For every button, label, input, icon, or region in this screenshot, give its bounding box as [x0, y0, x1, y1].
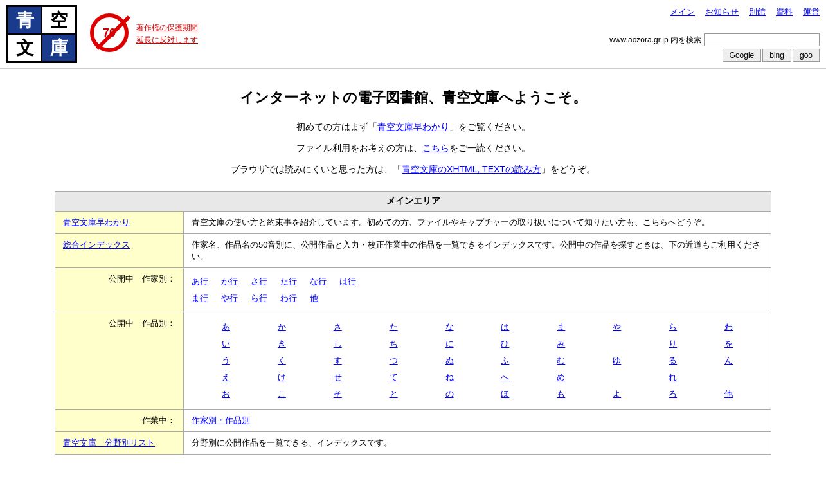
works-link-の[interactable]: の: [422, 388, 478, 400]
works-cell-0-0[interactable]: あ: [198, 321, 254, 333]
works-link-や[interactable]: や: [589, 321, 645, 333]
works-link-は[interactable]: は: [478, 321, 534, 333]
works-link-し[interactable]: し: [310, 338, 366, 350]
author-link-ta[interactable]: た行: [280, 276, 297, 287]
works-cell-1-1[interactable]: き: [254, 338, 310, 350]
works-cell-6-0[interactable]: ま: [533, 321, 589, 333]
works-link-ぬ[interactable]: ぬ: [422, 355, 478, 366]
author-link-ya[interactable]: や行: [221, 292, 238, 304]
works-cell-0-2[interactable]: う: [198, 355, 254, 366]
works-cell-5-3[interactable]: へ: [478, 372, 534, 383]
works-link-め[interactable]: め: [533, 372, 589, 383]
works-link-き[interactable]: き: [254, 338, 310, 350]
google-search-button[interactable]: Google: [723, 49, 762, 62]
nav-main[interactable]: メイン: [670, 6, 695, 18]
works-link-他[interactable]: 他: [701, 388, 757, 400]
works-cell-8-4[interactable]: ろ: [645, 388, 701, 400]
badge-link[interactable]: 著作権の保護期間 延長に反対します: [136, 23, 198, 44]
works-link-す[interactable]: す: [310, 355, 366, 366]
intro2-link[interactable]: こちら: [422, 143, 449, 153]
works-link-い[interactable]: い: [198, 338, 254, 350]
works-cell-6-2[interactable]: む: [533, 355, 589, 366]
works-cell-7-4[interactable]: よ: [589, 388, 645, 400]
bing-search-button[interactable]: bing: [762, 49, 791, 62]
nav-operations[interactable]: 運営: [803, 6, 820, 18]
works-cell-8-2[interactable]: る: [645, 355, 701, 366]
author-link-ma[interactable]: ま行: [192, 292, 208, 304]
works-link-る[interactable]: る: [645, 355, 701, 366]
sogo-index-link[interactable]: 総合インデックス: [63, 240, 130, 249]
works-cell-6-4[interactable]: も: [533, 388, 589, 400]
works-link-あ[interactable]: あ: [198, 321, 254, 333]
works-link-り[interactable]: り: [645, 338, 701, 350]
works-link-ひ[interactable]: ひ: [478, 338, 534, 350]
works-cell-8-0[interactable]: ら: [645, 321, 701, 333]
works-cell-9-1[interactable]: を: [701, 338, 757, 350]
nav-annex[interactable]: 別館: [749, 6, 766, 18]
works-cell-1-4[interactable]: こ: [254, 388, 310, 400]
works-cell-3-3[interactable]: て: [366, 372, 422, 383]
works-cell-3-2[interactable]: つ: [366, 355, 422, 366]
works-link-た[interactable]: た: [366, 321, 422, 333]
works-cell-5-1[interactable]: ひ: [478, 338, 534, 350]
author-link-na[interactable]: な行: [310, 276, 327, 287]
works-link-を[interactable]: を: [701, 338, 757, 350]
works-cell-8-3[interactable]: れ: [645, 372, 701, 383]
works-link-ま[interactable]: ま: [533, 321, 589, 333]
works-link-え[interactable]: え: [198, 372, 254, 383]
author-link-a[interactable]: あ行: [192, 276, 208, 287]
works-cell-4-4[interactable]: の: [422, 388, 478, 400]
author-link-wa[interactable]: わ行: [280, 292, 297, 304]
works-cell-1-3[interactable]: け: [254, 372, 310, 383]
works-link-く[interactable]: く: [254, 355, 310, 366]
nav-resources[interactable]: 資料: [776, 6, 793, 18]
works-cell-5-2[interactable]: ふ: [478, 355, 534, 366]
author-link-other[interactable]: 他: [310, 292, 318, 304]
works-link-ふ[interactable]: ふ: [478, 355, 534, 366]
works-link-て[interactable]: て: [366, 372, 422, 383]
works-cell-2-3[interactable]: せ: [310, 372, 366, 383]
works-link-ん[interactable]: ん: [701, 355, 757, 366]
genre-link[interactable]: 青空文庫 分野別リスト: [63, 438, 155, 447]
works-cell-2-1[interactable]: し: [310, 338, 366, 350]
works-link-つ[interactable]: つ: [366, 355, 422, 366]
works-link-ほ[interactable]: ほ: [478, 388, 534, 400]
works-cell-0-3[interactable]: え: [198, 372, 254, 383]
hayawakari-link[interactable]: 青空文庫早わかり: [63, 217, 130, 227]
works-cell-5-0[interactable]: は: [478, 321, 534, 333]
works-cell-3-4[interactable]: と: [366, 388, 422, 400]
author-link-ra[interactable]: ら行: [251, 292, 267, 304]
works-link-ろ[interactable]: ろ: [645, 388, 701, 400]
author-link-ka[interactable]: か行: [221, 276, 238, 287]
works-cell-4-1[interactable]: に: [422, 338, 478, 350]
works-cell-0-4[interactable]: お: [198, 388, 254, 400]
works-cell-2-4[interactable]: そ: [310, 388, 366, 400]
works-cell-8-1[interactable]: り: [645, 338, 701, 350]
works-link-せ[interactable]: せ: [310, 372, 366, 383]
works-link-お[interactable]: お: [198, 388, 254, 400]
works-link-わ[interactable]: わ: [701, 321, 757, 333]
works-link-と[interactable]: と: [366, 388, 422, 400]
works-cell-9-4[interactable]: 他: [701, 388, 757, 400]
works-cell-6-1[interactable]: み: [533, 338, 589, 350]
works-link-ゆ[interactable]: ゆ: [589, 355, 645, 366]
works-cell-2-2[interactable]: す: [310, 355, 366, 366]
works-link-こ[interactable]: こ: [254, 388, 310, 400]
works-cell-1-0[interactable]: か: [254, 321, 310, 333]
works-link-み[interactable]: み: [533, 338, 589, 350]
works-link-う[interactable]: う: [198, 355, 254, 366]
works-link-そ[interactable]: そ: [310, 388, 366, 400]
search-input[interactable]: [704, 33, 820, 46]
works-link-さ[interactable]: さ: [310, 321, 366, 333]
works-cell-7-2[interactable]: ゆ: [589, 355, 645, 366]
works-cell-5-4[interactable]: ほ: [478, 388, 534, 400]
wip-link[interactable]: 作家別・作品別: [192, 415, 250, 425]
works-link-ら[interactable]: ら: [645, 321, 701, 333]
works-cell-2-0[interactable]: さ: [310, 321, 366, 333]
works-cell-4-0[interactable]: な: [422, 321, 478, 333]
works-cell-3-1[interactable]: ち: [366, 338, 422, 350]
works-cell-3-0[interactable]: た: [366, 321, 422, 333]
intro3-link[interactable]: 青空文庫のXHTML, TEXTの読み方: [402, 164, 541, 174]
works-link-な[interactable]: な: [422, 321, 478, 333]
works-cell-4-3[interactable]: ね: [422, 372, 478, 383]
